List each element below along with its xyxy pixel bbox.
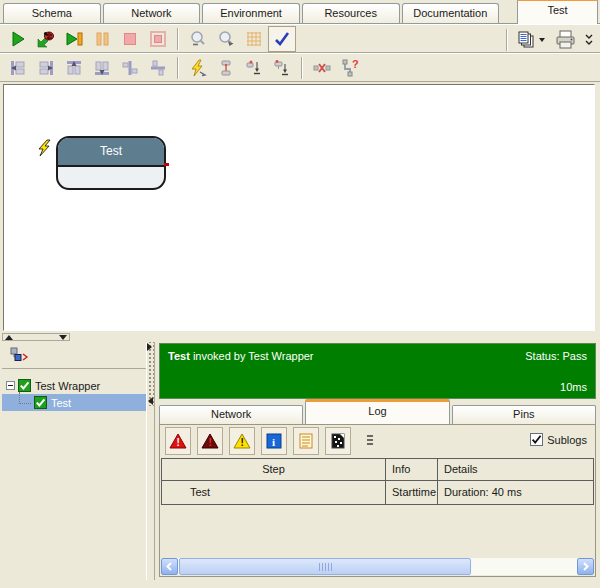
filter-fatal-button[interactable]: !: [197, 427, 223, 455]
flow-canvas[interactable]: Test: [3, 84, 595, 331]
connect-down-button[interactable]: [240, 55, 268, 81]
scroll-left-button[interactable]: [161, 558, 178, 575]
print-button[interactable]: [549, 27, 581, 53]
connect-pin-icon: [272, 58, 292, 78]
copies-icon: [516, 30, 538, 50]
tab-resources[interactable]: Resources: [302, 3, 400, 23]
splitter-collapse-right-icon: [147, 343, 152, 351]
dropdown-arrow-icon: [538, 30, 546, 50]
vertical-splitter-grip[interactable]: [147, 342, 154, 406]
log-table-header: Step Info Details: [162, 459, 593, 481]
step-button[interactable]: [60, 26, 88, 52]
align-bottom-button[interactable]: [88, 55, 116, 81]
tab-schema[interactable]: Schema: [3, 3, 101, 23]
column-header-details[interactable]: Details: [438, 459, 593, 480]
explorer-toolbar: [2, 342, 146, 369]
log-tab-content: ! ! !: [159, 424, 596, 577]
edit-toolbar: ?: [0, 53, 600, 82]
node-pin-marker: [164, 163, 169, 166]
tab-documentation[interactable]: Documentation: [402, 3, 500, 23]
connection-help-button[interactable]: ?: [336, 55, 364, 81]
banner-invoked-text: invoked by Test Wrapper: [193, 350, 314, 362]
horizontal-splitter[interactable]: [2, 333, 70, 341]
tab-log[interactable]: Log: [305, 399, 449, 425]
printer-icon: [553, 29, 577, 51]
error-icon: !: [169, 432, 187, 450]
splitter-collapse-down-icon: [59, 335, 67, 340]
tree-item-test[interactable]: Test: [2, 394, 146, 411]
grid-button[interactable]: [240, 26, 268, 52]
fatal-error-icon: !: [201, 432, 219, 450]
document-tab-bar: Schema Network Environment Resources Doc…: [0, 0, 600, 24]
align-right-button[interactable]: [32, 55, 60, 81]
filter-error-button[interactable]: !: [165, 427, 191, 455]
stop-button[interactable]: [116, 26, 144, 52]
snap-toggle-button[interactable]: [268, 26, 296, 52]
sublogs-toggle[interactable]: Sublogs: [530, 433, 587, 446]
vertical-splitter[interactable]: [146, 342, 155, 580]
center-horizontal-icon: [120, 58, 140, 78]
log-table: Step Info Details Test Starttime Duratio…: [161, 458, 594, 505]
overflow-chevron-icon: [583, 32, 595, 48]
align-top-icon: [64, 58, 84, 78]
application-window: Schema Network Environment Resources Doc…: [0, 0, 600, 588]
align-top-button[interactable]: [60, 55, 88, 81]
tab-test[interactable]: Test: [517, 0, 598, 24]
debug-button[interactable]: [32, 26, 60, 52]
test-explorer-panel: Test Wrapper Test: [2, 342, 146, 580]
connect-pin-button[interactable]: [268, 55, 296, 81]
toolbar-handle-icon[interactable]: [365, 433, 375, 449]
filter-warning-button[interactable]: !: [229, 427, 255, 455]
scroll-right-button[interactable]: [577, 558, 594, 575]
center-vertical-button[interactable]: [144, 55, 172, 81]
log-table-row[interactable]: Test Starttime Duration: 40 ms: [162, 481, 593, 505]
scrollbar-thumb[interactable]: [179, 558, 471, 575]
tab-environment[interactable]: Environment: [202, 3, 300, 23]
center-horizontal-button[interactable]: [116, 55, 144, 81]
tab-pins[interactable]: Pins: [452, 405, 596, 424]
checked-checkbox-icon[interactable]: [34, 396, 47, 409]
scroll-right-arrow-icon: [581, 562, 590, 571]
connection-help-icon: ?: [340, 58, 360, 78]
test-tree: Test Wrapper Test: [2, 369, 146, 411]
test-step-node[interactable]: Test: [56, 136, 166, 190]
connect-vertical-button[interactable]: [212, 55, 240, 81]
svg-text:!: !: [176, 437, 179, 448]
run-toolbar: [0, 24, 600, 53]
auto-connect-icon: [188, 58, 208, 78]
column-header-step[interactable]: Step: [162, 459, 386, 480]
log-filter-toolbar: ! ! !: [160, 425, 595, 457]
terminate-icon: [148, 29, 168, 49]
sublogs-checkbox-icon[interactable]: [530, 433, 543, 446]
horizontal-scrollbar[interactable]: [161, 558, 594, 575]
filter-snapshot-button[interactable]: [325, 427, 351, 455]
checked-checkbox-icon[interactable]: [18, 379, 31, 392]
expander-minus-icon[interactable]: [6, 381, 15, 390]
terminate-button[interactable]: [144, 26, 172, 52]
scrollbar-grip: [319, 563, 332, 571]
filter-info-button[interactable]: i: [261, 427, 287, 455]
tab-network-log[interactable]: Network: [159, 405, 303, 424]
auto-connect-button[interactable]: [184, 55, 212, 81]
result-tab-bar: Network Log Pins: [159, 401, 596, 424]
info-icon: i: [265, 432, 283, 450]
filter-message-button[interactable]: [293, 427, 319, 455]
status-badge: Status: Pass: [525, 350, 587, 362]
align-left-button[interactable]: [4, 55, 32, 81]
zoom-in-button[interactable]: [212, 26, 240, 52]
disconnect-button[interactable]: [308, 55, 336, 81]
tab-network[interactable]: Network: [103, 3, 201, 23]
svg-text:i: i: [272, 436, 275, 448]
toolbar-overflow-button[interactable]: [581, 27, 597, 53]
run-icon: [8, 29, 28, 49]
run-button[interactable]: [4, 26, 32, 52]
cell-step: Test: [162, 481, 386, 504]
cell-details: Duration: 40 ms: [438, 481, 593, 504]
toolbar-separator: [177, 57, 179, 79]
locate-in-tree-button[interactable]: [7, 344, 31, 366]
zoom-out-button[interactable]: [184, 26, 212, 52]
pause-button[interactable]: [88, 26, 116, 52]
column-header-info[interactable]: Info: [386, 459, 438, 480]
copies-button[interactable]: [513, 27, 549, 53]
align-bottom-icon: [92, 58, 112, 78]
